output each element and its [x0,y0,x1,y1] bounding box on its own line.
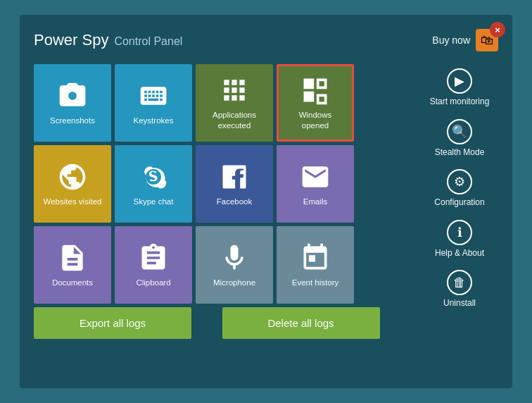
sidebar-help-about-label: Help & About [435,248,484,259]
tiles-area: Screenshots Keystrokes Applications exec… [34,64,407,339]
globe-icon [57,161,88,192]
search-icon: 🔍 [447,119,472,144]
tile-clipboard-label: Clipboard [136,278,170,288]
tile-documents[interactable]: Documents [34,226,111,304]
document-icon [57,242,88,273]
keyboard-icon [138,80,169,111]
sidebar-item-help-about[interactable]: ℹ Help & About [421,216,498,264]
apps-icon [219,75,250,106]
skype-icon [138,161,169,192]
tile-documents-label: Documents [52,278,93,288]
trash-icon: 🗑 [447,270,472,295]
app-subtitle: Control Panel [114,35,182,48]
tile-skype-chat[interactable]: Skype chat [115,145,192,223]
clipboard-icon [138,242,169,273]
tile-websites-label: Websites visited [44,197,102,207]
tile-clipboard[interactable]: Clipboard [115,226,192,304]
tile-microphone[interactable]: Microphone [196,226,273,304]
close-button[interactable]: × [490,22,505,37]
tile-microphone-label: Microphone [213,278,255,288]
sidebar-configuration-label: Configuration [434,197,484,209]
sidebar-start-monitoring-label: Start monitoring [430,97,490,108]
tile-event-history[interactable]: Event history [277,226,354,304]
buy-now-label: Buy now [432,35,470,46]
sidebar-item-stealth-mode[interactable]: 🔍 Stealth Mode [421,115,498,163]
microphone-icon [219,242,250,273]
main-window: × Power Spy Control Panel Buy now 🛍 Scre… [20,15,512,388]
tile-screenshots-label: Screenshots [50,116,95,126]
info-icon: ℹ [447,220,472,245]
sidebar-item-configuration[interactable]: ⚙ Configuration [421,165,498,213]
tiles-grid: Screenshots Keystrokes Applications exec… [34,64,407,304]
gear-icon: ⚙ [447,169,472,194]
tile-apps-executed[interactable]: Applications executed [196,64,273,142]
windows-icon [300,75,331,106]
tile-emails-label: Emails [303,197,328,207]
tile-facebook[interactable]: Facebook [196,145,273,223]
facebook-icon [219,161,250,192]
buy-now-button[interactable]: Buy now 🛍 [432,29,498,51]
play-icon: ▶ [447,68,472,94]
tile-skype-label: Skype chat [134,197,174,207]
content-area: Screenshots Keystrokes Applications exec… [34,64,498,339]
tile-event-history-label: Event history [292,278,338,288]
sidebar-item-start-monitoring[interactable]: ▶ Start monitoring [421,64,498,112]
calendar-icon [300,242,331,273]
export-logs-button[interactable]: Export all logs [34,307,191,339]
tile-websites-visited[interactable]: Websites visited [34,145,111,223]
title-area: Power Spy Control Panel [34,31,182,49]
tile-windows-opened[interactable]: Windows opened [277,64,354,142]
camera-icon [57,80,88,111]
email-icon [300,161,331,192]
sidebar-item-uninstall[interactable]: 🗑 Uninstall [421,266,498,314]
header: Power Spy Control Panel Buy now 🛍 [34,29,498,51]
sidebar-stealth-mode-label: Stealth Mode [435,147,485,159]
tile-facebook-label: Facebook [217,197,253,207]
app-title: Power Spy [34,31,108,49]
tile-keystrokes[interactable]: Keystrokes [115,64,192,142]
tile-windows-label: Windows opened [284,110,346,131]
tile-emails[interactable]: Emails [277,145,354,223]
sidebar: ▶ Start monitoring 🔍 Stealth Mode ⚙ Conf… [421,64,498,339]
delete-logs-button[interactable]: Delete all logs [222,307,380,339]
tile-screenshots[interactable]: Screenshots [34,64,111,142]
sidebar-uninstall-label: Uninstall [443,298,476,309]
tile-apps-label: Applications executed [201,110,267,131]
bottom-buttons: Export all logs Delete all logs [34,307,407,339]
tile-keystrokes-label: Keystrokes [134,116,174,126]
